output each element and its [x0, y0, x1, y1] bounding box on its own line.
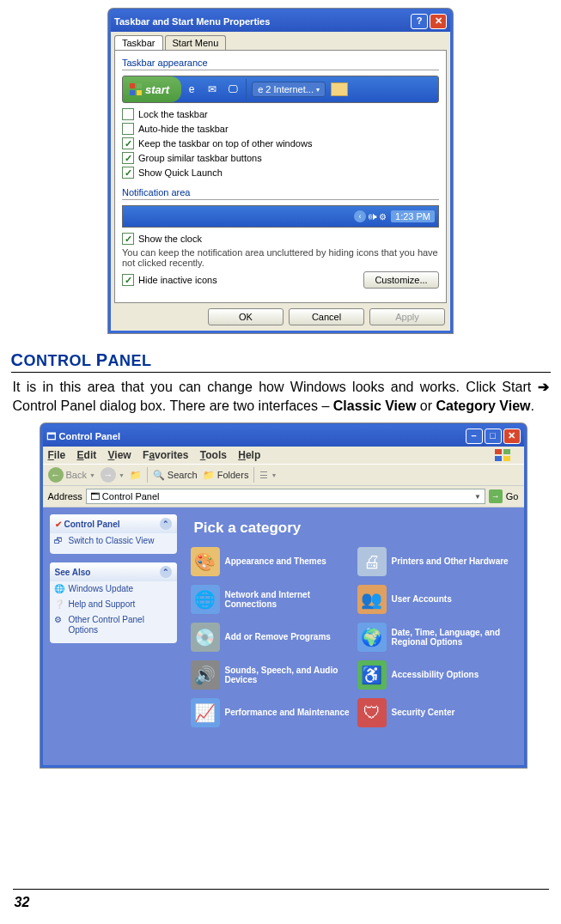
side-panel-see-also: See Also ⌃ 🌐Windows Update ❔Help and Sup…	[50, 562, 177, 643]
menu-tools[interactable]: Tools	[200, 449, 227, 461]
svg-rect-6	[495, 456, 502, 461]
ie-icon: e	[184, 82, 199, 97]
category-accessibility-options[interactable]: ♿Accessibility Options	[357, 660, 517, 690]
address-bar: Address 🗔 Control Panel ▼ → Go	[43, 486, 524, 508]
cp-titlebar[interactable]: 🗔 Control Panel – □ ✕	[43, 426, 524, 447]
switch-classic-view-link[interactable]: 🗗 Switch to Classic View	[50, 533, 177, 549]
control-panel-window: 🗔 Control Panel – □ ✕ File Edit View Fav…	[40, 423, 527, 768]
check-show-clock[interactable]: ✓Show the clock	[122, 233, 439, 245]
windows-logo-icon	[130, 83, 142, 95]
category-security-center[interactable]: 🛡Security Center	[357, 698, 517, 727]
address-label: Address	[48, 491, 82, 502]
taskbar-preview: start e ✉ 🖵 e 2 Internet... ▾	[122, 76, 439, 103]
svg-rect-3	[137, 90, 142, 95]
notification-help-text: You can keep the notification area unclu…	[122, 247, 439, 268]
category-network-and-internet-connections[interactable]: 🌐Network and Internet Connections	[191, 585, 351, 614]
page-number: 32	[15, 895, 30, 910]
category-date-time-language-and-regional-options[interactable]: 🌍Date, Time, Language, and Regional Opti…	[357, 623, 517, 652]
check-show-quick-launch[interactable]: ✓Show Quick Launch	[122, 167, 439, 179]
link-other-cp-options[interactable]: ⚙Other Control Panel Options	[50, 612, 177, 638]
taskbar-app-preview: e 2 Internet... ▾	[252, 82, 326, 97]
section-heading-control-panel: CONTROL PANEL	[11, 350, 554, 370]
minimize-button[interactable]: –	[466, 429, 483, 444]
menu-edit[interactable]: Edit	[77, 449, 97, 461]
check-lock-the-taskbar[interactable]: ✓Lock the taskbar	[122, 108, 439, 120]
sidebar: ✔Control Panel ⌃ 🗗 Switch to Classic Vie…	[43, 508, 184, 765]
menu-help[interactable]: Help	[238, 449, 260, 461]
category-icon: 🔊	[191, 660, 220, 690]
search-button[interactable]: 🔍Search	[153, 470, 198, 481]
link-help-support[interactable]: ❔Help and Support	[50, 597, 177, 612]
category-icon: ♿	[357, 660, 387, 690]
category-printers-and-other-hardware[interactable]: 🖨Printers and Other Hardware	[357, 547, 517, 576]
dropdown-icon: ▼	[89, 472, 95, 478]
category-user-accounts[interactable]: 👥User Accounts	[357, 585, 517, 614]
menu-favorites[interactable]: Favorites	[143, 449, 188, 461]
check-icon: ✔	[55, 520, 62, 529]
close-button[interactable]: ✕	[430, 14, 447, 29]
dialog-tabs: Taskbar Start Menu	[111, 32, 450, 50]
category-icon: 💿	[191, 623, 220, 652]
back-button[interactable]: ←Back▼	[48, 467, 95, 483]
category-appearance-and-themes[interactable]: 🎨Appearance and Themes	[191, 547, 351, 576]
category-icon: 🛡	[357, 698, 387, 727]
category-performance-and-maintenance[interactable]: 📈Performance and Maintenance	[191, 698, 351, 727]
check-hide-inactive[interactable]: ✓Hide inactive icons	[122, 274, 363, 286]
gear-icon: ⚙	[54, 615, 64, 625]
dropdown-icon: ▼	[119, 472, 125, 478]
category-icon: 👥	[357, 585, 387, 614]
views-icon: ☰	[259, 470, 268, 481]
maximize-button[interactable]: □	[485, 429, 502, 444]
dialog-title: Taskbar and Start Menu Properties	[114, 16, 270, 27]
tab-start-menu[interactable]: Start Menu	[165, 35, 227, 50]
category-add-or-remove-programs[interactable]: 💿Add or Remove Programs	[191, 623, 351, 652]
dropdown-icon: ▼	[271, 472, 277, 478]
windows-flag-icon	[495, 449, 510, 461]
check-keep-the-taskbar-on-top-of-other-windows[interactable]: ✓Keep the taskbar on top of other window…	[122, 137, 439, 149]
dropdown-icon[interactable]: ▼	[474, 493, 481, 501]
check-group-similar-taskbar-buttons[interactable]: ✓Group similar taskbar buttons	[122, 152, 439, 164]
apply-button[interactable]: Apply	[369, 308, 445, 325]
menu-file[interactable]: File	[48, 449, 66, 461]
ok-button[interactable]: OK	[208, 308, 284, 325]
forward-button[interactable]: →▼	[101, 467, 125, 483]
tray-icon: ⚙	[379, 212, 387, 222]
menu-bar[interactable]: File Edit View Favorites Tools Help	[43, 447, 524, 464]
category-sounds-speech-and-audio-devices[interactable]: 🔊Sounds, Speech, and Audio Devices	[191, 660, 351, 690]
svg-rect-4	[495, 449, 502, 454]
svg-rect-7	[503, 456, 510, 461]
address-field[interactable]: 🗔 Control Panel ▼	[86, 489, 485, 504]
views-button[interactable]: ☰▼	[259, 470, 277, 481]
collapse-icon[interactable]: ⌃	[160, 566, 172, 578]
svg-rect-5	[503, 449, 510, 454]
dialog-titlebar[interactable]: Taskbar and Start Menu Properties ? ✕	[111, 11, 450, 32]
up-button[interactable]: 📁	[130, 470, 142, 481]
tab-taskbar[interactable]: Taskbar	[114, 35, 163, 50]
cancel-button[interactable]: Cancel	[289, 308, 364, 325]
cp-title: Control Panel	[59, 431, 121, 441]
toolbar: ←Back▼ →▼ 📁 🔍Search 📁Folders ☰▼	[43, 464, 524, 486]
svg-rect-1	[137, 83, 142, 88]
pick-category-heading: Pick a category	[194, 520, 517, 537]
mail-icon: ✉	[204, 82, 220, 97]
side-panel-control-panel: ✔Control Panel ⌃ 🗗 Switch to Classic Vie…	[50, 514, 177, 554]
svg-rect-2	[130, 90, 135, 95]
check-auto-hide-the-taskbar[interactable]: ✓Auto-hide the taskbar	[122, 123, 439, 135]
chevron-down-icon: ▾	[316, 86, 320, 94]
help-button[interactable]: ?	[411, 14, 428, 29]
go-button[interactable]: →	[489, 489, 503, 503]
collapse-icon[interactable]: ⌃	[160, 518, 172, 530]
link-windows-update[interactable]: 🌐Windows Update	[50, 581, 177, 597]
tray-icon: 🕪	[368, 211, 377, 222]
customize-button[interactable]: Customize...	[363, 271, 439, 289]
folders-icon: 📁	[203, 470, 215, 481]
menu-view[interactable]: View	[108, 449, 131, 461]
taskbar-properties-dialog: Taskbar and Start Menu Properties ? ✕ Ta…	[108, 9, 453, 333]
close-button[interactable]: ✕	[503, 429, 521, 444]
back-arrow-icon: ←	[48, 467, 64, 483]
start-button-preview: start	[123, 76, 181, 102]
cp-small-icon: 🗔	[90, 491, 100, 502]
category-icon: 🌐	[191, 585, 220, 614]
category-icon: 🎨	[191, 547, 220, 576]
folders-button[interactable]: 📁Folders	[203, 470, 249, 481]
